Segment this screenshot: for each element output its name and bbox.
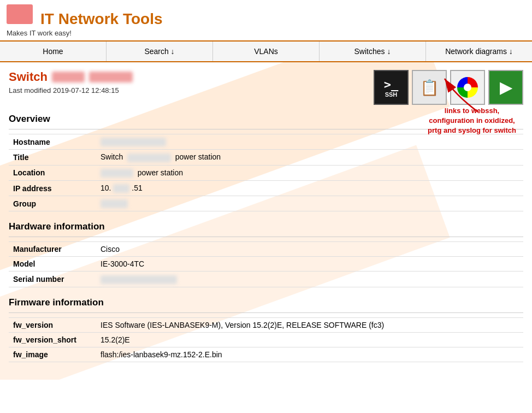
hardware-section: Hardware information Manufacturer Cisco … xyxy=(9,221,523,287)
table-row: Location power station xyxy=(9,165,523,180)
overview-section: Overview Hostname Title Switch power sta… xyxy=(9,114,523,211)
tool-buttons: >_ SSH 📋 ▶ xyxy=(374,70,523,105)
switch-name-blurred-2 xyxy=(89,72,133,82)
firmware-section: Firmware information fw_version IES Soft… xyxy=(9,297,523,362)
page-content: Switch Last modified 2019-07-12 12:48:15… xyxy=(0,62,532,380)
location-label: Location xyxy=(9,165,96,180)
fw-version-label: fw_version xyxy=(9,317,96,332)
title-value: Switch power station xyxy=(96,150,523,165)
location-suffix: power station xyxy=(138,168,183,177)
nav-item-switches[interactable]: Switches ↓ xyxy=(320,42,426,61)
hostname-label: Hostname xyxy=(9,134,96,150)
switch-name-blurred-1 xyxy=(52,72,85,82)
model-value: IE-3000-4TC xyxy=(96,257,523,272)
app-header: IT Network Tools xyxy=(0,0,532,29)
serial-value xyxy=(96,272,523,287)
group-blurred xyxy=(101,199,128,208)
table-row: IP address 10. .51 xyxy=(9,180,523,196)
hardware-divider xyxy=(9,237,523,237)
manufacturer-label: Manufacturer xyxy=(9,242,96,257)
config-button[interactable]: 📋 xyxy=(412,70,447,105)
ip-suffix: .51 xyxy=(132,184,142,192)
manufacturer-value: Cisco xyxy=(96,242,523,257)
firmware-table: fw_version IES Software (IES-LANBASEK9-M… xyxy=(9,317,523,362)
serial-label: Serial number xyxy=(9,272,96,287)
app-title: IT Network Tools xyxy=(40,10,163,28)
switch-title-block: Switch Last modified 2019-07-12 12:48:15 xyxy=(9,70,133,95)
ssh-button[interactable]: >_ SSH xyxy=(374,70,409,105)
table-row: Serial number xyxy=(9,272,523,287)
hardware-table: Manufacturer Cisco Model IE-3000-4TC Ser… xyxy=(9,241,523,287)
nav-item-home[interactable]: Home xyxy=(0,42,107,61)
switch-title-row: Switch xyxy=(9,70,133,84)
fw-version-value: IES Software (IES-LANBASEK9-M), Version … xyxy=(96,317,523,332)
ssh-icon: >_ xyxy=(384,78,399,91)
last-modified-value: 2019-07-12 12:48:15 xyxy=(53,86,119,95)
hardware-title: Hardware information xyxy=(9,221,523,232)
title-suffix: power station xyxy=(175,152,221,161)
prtg-inner-circle xyxy=(464,84,471,91)
app-logo-icon xyxy=(7,4,33,24)
switch-title-text: Switch xyxy=(9,70,48,84)
switch-modified: Last modified 2019-07-12 12:48:15 xyxy=(9,86,133,95)
serial-blurred xyxy=(101,275,177,284)
table-row: Model IE-3000-4TC xyxy=(9,257,523,272)
syslog-icon: ▶ xyxy=(500,79,512,97)
model-label: Model xyxy=(9,257,96,272)
nav-bar: Home Search ↓ VLANs Switches ↓ Network d… xyxy=(0,40,532,62)
nav-item-vlans[interactable]: VLANs xyxy=(213,42,320,61)
table-row: Group xyxy=(9,196,523,211)
title-blurred xyxy=(127,154,171,162)
ip-prefix: 10. xyxy=(101,184,111,192)
group-label: Group xyxy=(9,196,96,211)
config-icon: 📋 xyxy=(420,79,439,97)
ip-label: IP address xyxy=(9,180,96,196)
switch-header: Switch Last modified 2019-07-12 12:48:15… xyxy=(9,70,523,105)
firmware-divider xyxy=(9,312,523,313)
overview-divider xyxy=(9,129,523,129)
fw-image-label: fw_image xyxy=(9,347,96,362)
table-row: fw_image flash:/ies-lanbasek9-mz.152-2.E… xyxy=(9,347,523,362)
app-tagline: Makes IT work easy! xyxy=(0,29,532,40)
table-row: Hostname xyxy=(9,134,523,150)
location-value: power station xyxy=(96,165,523,180)
prtg-button[interactable] xyxy=(450,70,485,105)
firmware-title: Firmware information xyxy=(9,297,523,308)
title-prefix: Switch xyxy=(101,152,123,161)
prtg-circle-icon xyxy=(457,77,478,98)
table-row: Manufacturer Cisco xyxy=(9,242,523,257)
nav-item-network-diagrams[interactable]: Network diagrams ↓ xyxy=(426,42,532,61)
fw-image-value: flash:/ies-lanbasek9-mz.152-2.E.bin xyxy=(96,347,523,362)
hostname-blurred xyxy=(101,138,166,146)
group-value xyxy=(96,196,523,211)
location-blurred xyxy=(101,169,133,178)
hostname-value xyxy=(96,134,523,150)
ip-blurred xyxy=(113,184,129,193)
table-row: fw_version IES Software (IES-LANBASEK9-M… xyxy=(9,317,523,332)
syslog-button[interactable]: ▶ xyxy=(488,70,523,105)
overview-table: Hostname Title Switch power station Loca… xyxy=(9,134,523,211)
fw-version-short-value: 15.2(2)E xyxy=(96,332,523,347)
table-row: fw_version_short 15.2(2)E xyxy=(9,332,523,347)
title-label: Title xyxy=(9,150,96,165)
fw-version-short-label: fw_version_short xyxy=(9,332,96,347)
ssh-label: SSH xyxy=(385,91,398,98)
nav-item-search[interactable]: Search ↓ xyxy=(107,42,213,61)
last-modified-label: Last modified xyxy=(9,86,51,95)
table-row: Title Switch power station xyxy=(9,150,523,165)
ip-value: 10. .51 xyxy=(96,180,523,196)
overview-title: Overview xyxy=(9,114,523,125)
